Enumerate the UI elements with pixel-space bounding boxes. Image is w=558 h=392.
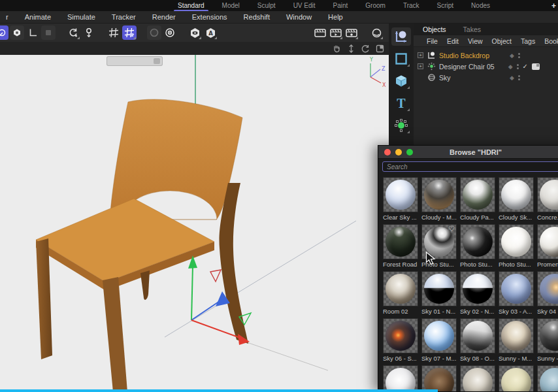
hdri-thumbnail[interactable] [499, 271, 534, 306]
workspace-tab[interactable]: Standard [178, 2, 205, 9]
panel-tab[interactable]: Takes [463, 25, 481, 33]
hdri-thumbnail[interactable] [460, 224, 495, 259]
layer-icon[interactable]: ◆ [510, 52, 514, 59]
hdri-asset-tile[interactable]: Concre... [537, 177, 558, 222]
objects-menu-tags[interactable]: Tags [521, 37, 535, 45]
browse-window-titlebar[interactable]: Browse "HDRI" [378, 146, 558, 159]
field-tool-button[interactable] [391, 116, 411, 135]
objects-menu-object[interactable]: Object [492, 37, 512, 45]
hdri-thumbnail[interactable] [383, 365, 418, 392]
gizmo-plane-handle-red[interactable] [210, 270, 221, 282]
hdri-thumbnail[interactable] [499, 224, 534, 259]
hdri-thumbnail[interactable] [421, 271, 457, 306]
workspace-tab[interactable]: Script [437, 2, 454, 9]
dim-circle-button[interactable] [147, 25, 161, 40]
hdri-thumbnail[interactable] [499, 318, 534, 353]
render-to-viewer-button[interactable] [329, 25, 343, 40]
reset-psr-button[interactable] [66, 25, 80, 40]
target-button[interactable] [163, 25, 177, 40]
hdri-asset-tile[interactable]: Room 02 [383, 271, 418, 316]
pan-view-button[interactable] [331, 43, 342, 54]
visibility-dots-icon[interactable] [518, 75, 520, 80]
hdri-thumbnail[interactable] [421, 365, 457, 392]
hdri-asset-tile[interactable] [383, 365, 418, 392]
menu-item[interactable]: Help [328, 13, 343, 21]
spline-tool-button[interactable] [391, 50, 411, 68]
hdri-thumbnail[interactable] [537, 224, 558, 259]
selection-tool-button[interactable] [0, 25, 8, 40]
workspace-tab[interactable]: Nodes [471, 2, 490, 9]
workspace-tab[interactable]: Track [403, 2, 419, 9]
hdri-asset-tile[interactable]: Sunny - M... [499, 318, 534, 363]
hdri-asset-tile[interactable]: Cloudy Sk... [499, 177, 534, 222]
hdri-thumbnail[interactable] [499, 177, 534, 212]
visibility-dots-icon[interactable] [518, 53, 520, 58]
chair-object[interactable] [36, 99, 248, 392]
objects-menu-edit[interactable]: Edit [447, 37, 459, 45]
hdri-thumbnail[interactable] [383, 271, 418, 306]
tree-row-designer-chair[interactable]: + Designer Chair 05 ◆ ✓ [414, 61, 558, 72]
object-name[interactable]: Designer Chair 05 [439, 63, 495, 71]
menu-item[interactable]: r [6, 13, 8, 21]
disabled-tool-button[interactable] [41, 25, 56, 40]
object-name[interactable]: Studio Backdrop [439, 52, 489, 59]
panel-tab[interactable]: Objects [423, 25, 446, 33]
visibility-dots-icon[interactable] [517, 64, 519, 69]
hdri-thumbnail[interactable] [460, 318, 495, 353]
hdri-asset-tile[interactable]: Promen... [537, 224, 558, 269]
grid-toggle-button[interactable] [107, 25, 121, 40]
hdri-asset-tile[interactable]: Sky 04 [537, 271, 558, 316]
snap-toggle-button[interactable] [122, 25, 137, 40]
hdri-asset-tile[interactable]: Photo Stu... [499, 224, 534, 269]
render-settings-button[interactable] [344, 25, 359, 40]
annotate-button[interactable]: A [203, 25, 218, 40]
hdri-thumbnail[interactable] [537, 177, 558, 212]
objects-menu-bookmarks[interactable]: Bookmar [544, 37, 558, 45]
hdri-thumbnail[interactable] [537, 271, 558, 306]
visibility-button[interactable] [188, 25, 202, 40]
render-view-button[interactable] [313, 25, 327, 40]
menu-item[interactable]: Window [286, 13, 312, 21]
3d-viewport[interactable]: Y Z X [0, 55, 389, 392]
layer-icon[interactable]: ◆ [508, 63, 513, 70]
hdri-asset-tile[interactable]: Sky 08 - O... [460, 318, 495, 363]
hdri-thumbnail[interactable] [383, 177, 418, 212]
rotate-view-button[interactable] [360, 43, 370, 54]
expand-icon[interactable]: + [418, 52, 423, 58]
workspace-tab[interactable]: UV Edit [293, 2, 316, 9]
hdri-thumbnail[interactable] [460, 365, 495, 392]
hdri-asset-tile[interactable] [499, 365, 534, 392]
workspace-tab[interactable]: Model [222, 2, 240, 9]
objects-menu-file[interactable]: File [427, 37, 438, 45]
hdri-asset-tile[interactable]: Cloudy - M... [421, 177, 457, 222]
gear-tool-button[interactable] [82, 25, 96, 40]
hdri-asset-tile[interactable]: Clear Sky ... [383, 177, 418, 222]
texture-tag-icon[interactable] [532, 63, 540, 70]
hdri-asset-tile[interactable]: Sky 02 - N... [460, 271, 495, 316]
video-progress-bar[interactable] [0, 389, 438, 392]
hdri-thumbnail[interactable] [421, 318, 457, 353]
hdri-asset-tile[interactable]: Sunny - [537, 318, 558, 363]
menu-item[interactable]: Simulate [67, 13, 95, 21]
hdri-asset-tile[interactable]: Sky 03 - A... [499, 271, 534, 316]
workspace-tab[interactable]: Sculpt [257, 2, 276, 9]
favorite-heart-icon[interactable]: ♡ [448, 225, 455, 233]
text-tool-button[interactable]: T [391, 94, 411, 112]
menu-item[interactable]: Render [152, 13, 176, 21]
hdri-asset-tile[interactable]: Sky 01 - N... [421, 271, 457, 316]
menu-item[interactable]: Extensions [192, 13, 227, 21]
add-workspace-tab-button[interactable]: + [551, 1, 556, 10]
hdri-thumbnail[interactable] [383, 224, 418, 259]
menu-item[interactable]: Animate [25, 13, 51, 21]
primitive-cube-button[interactable] [391, 72, 411, 90]
hdri-asset-tile[interactable]: Sky 07 - M... [421, 318, 457, 363]
move-tool-button[interactable] [10, 25, 24, 40]
hdri-thumbnail[interactable] [499, 365, 534, 392]
zoom-view-button[interactable] [346, 43, 356, 54]
menu-item[interactable]: Redshift [244, 13, 270, 21]
objects-menu-view[interactable]: View [468, 37, 483, 45]
coordinate-tool-button[interactable] [391, 27, 411, 46]
menu-item[interactable]: Tracker [112, 13, 136, 21]
hdri-thumbnail[interactable] [460, 177, 495, 212]
tree-row-studio-backdrop[interactable]: + Studio Backdrop ◆ [414, 50, 558, 61]
